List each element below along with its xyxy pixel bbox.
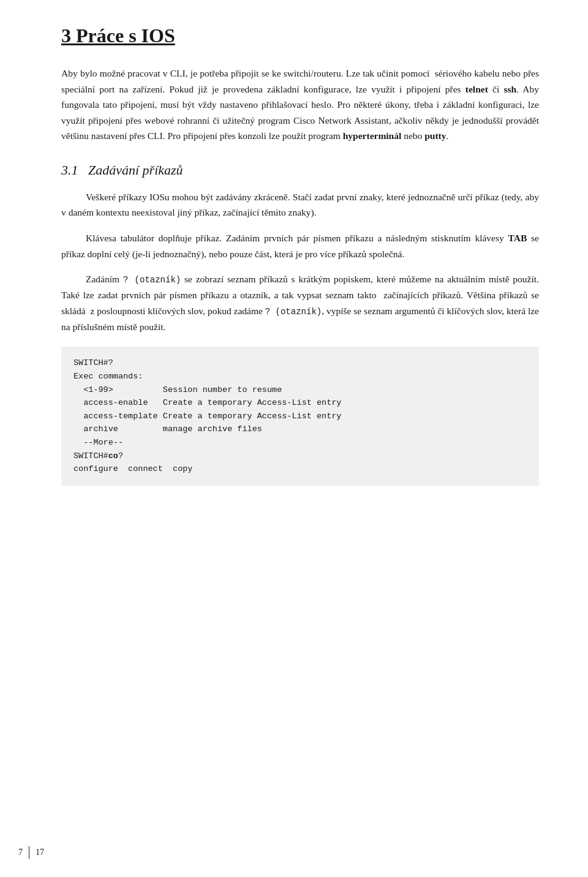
page-footer: 7 17 — [0, 846, 588, 859]
hyperterminál-keyword: hyperterminál — [343, 130, 402, 141]
code-line-7: --More-- — [74, 438, 123, 447]
tab-keyword: TAB — [508, 233, 527, 243]
telnet-keyword: telnet — [466, 84, 488, 94]
section-paragraph-1: Veškeré příkazy IOSu mohou být zadávány … — [61, 189, 539, 220]
chapter-title-main: Práce s IOS — [76, 24, 175, 47]
code-line-9: configure connect copy — [74, 464, 192, 473]
putty-keyword: putty — [424, 130, 446, 141]
section-title: 3.1 Zadávání příkazů — [61, 162, 539, 178]
footer-page-number: 7 — [18, 848, 23, 857]
ssh-keyword: ssh — [503, 84, 516, 94]
code-line-2: Exec commands: — [74, 372, 143, 381]
section-paragraph-3: Zadáním ? (otazník) se zobrazí seznam př… — [61, 271, 539, 334]
chapter-number: 3 — [61, 24, 71, 47]
code-block: SWITCH#? Exec commands: <1-99> Session n… — [61, 347, 539, 485]
footer-total-pages: 17 — [36, 848, 44, 857]
code-line-1: SWITCH#? — [74, 358, 113, 367]
section-title-text: Zadávání příkazů — [88, 162, 183, 178]
code-line-3: <1-99> Session number to resume — [74, 385, 282, 394]
question-mark-code-2: ? (otazník) — [265, 307, 322, 317]
question-mark-code-1: ? (otazník) — [123, 275, 181, 285]
section-paragraph-2: Klávesa tabulátor doplňuje příkaz. Zadán… — [61, 230, 539, 262]
code-line-4: access-enable Create a temporary Access-… — [74, 398, 341, 407]
code-line-8: SWITCH#co? — [74, 451, 123, 461]
page-container: 3 Práce s IOS Aby bylo možné pracovat v … — [0, 0, 588, 877]
intro-paragraph: Aby bylo možné pracovat v CLI, je potřeb… — [61, 66, 539, 144]
footer-divider — [29, 846, 29, 859]
code-line-6: archive manage archive files — [74, 424, 262, 434]
section-number: 3.1 — [61, 162, 78, 178]
chapter-title: 3 Práce s IOS — [61, 24, 539, 47]
code-line-5: access-template Create a temporary Acces… — [74, 412, 341, 421]
